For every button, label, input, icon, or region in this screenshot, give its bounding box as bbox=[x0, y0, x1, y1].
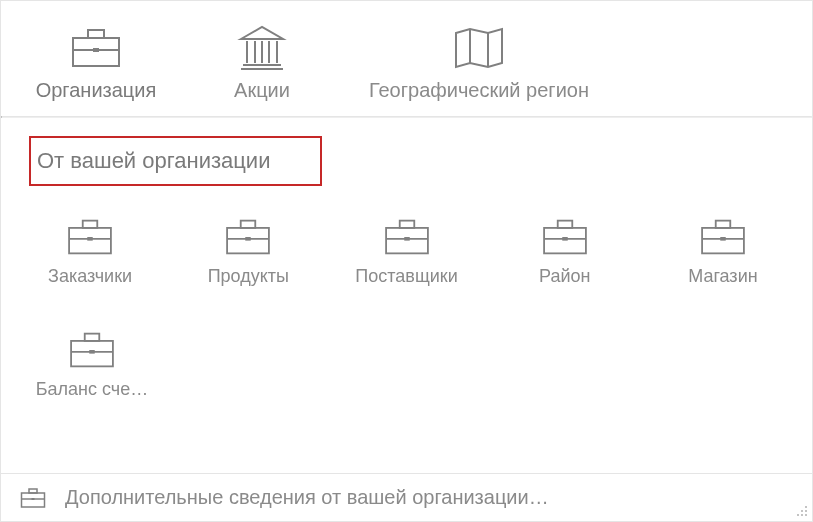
briefcase-icon bbox=[698, 214, 748, 260]
tile-account-balance[interactable]: Баланс сче… bbox=[17, 327, 167, 400]
svg-rect-2 bbox=[93, 48, 99, 52]
tile-stocks[interactable]: Акции bbox=[183, 23, 341, 102]
svg-point-29 bbox=[805, 514, 807, 516]
tile-label: Заказчики bbox=[48, 266, 132, 287]
svg-rect-17 bbox=[720, 237, 725, 241]
svg-rect-7 bbox=[241, 221, 256, 228]
svg-point-25 bbox=[801, 510, 803, 512]
resize-grip-icon[interactable] bbox=[796, 505, 808, 517]
panel: Организация Акции bbox=[0, 0, 813, 522]
tile-label: Магазин bbox=[688, 266, 757, 287]
briefcase-icon bbox=[19, 487, 47, 509]
tile-label: Организация bbox=[36, 79, 157, 102]
tile-organization[interactable]: Организация bbox=[17, 23, 175, 102]
tile-label: Акции bbox=[234, 79, 290, 102]
tile-products[interactable]: Продукты bbox=[175, 214, 321, 287]
briefcase-icon bbox=[223, 214, 273, 260]
top-row: Организация Акции bbox=[17, 23, 796, 102]
org-section: Заказчики Продукты Поставщики bbox=[1, 206, 812, 428]
section-header: От вашей организации bbox=[1, 118, 812, 206]
svg-rect-8 bbox=[246, 237, 251, 241]
svg-rect-4 bbox=[83, 221, 98, 228]
footer-text: Дополнительные сведения от вашей организ… bbox=[65, 486, 549, 509]
map-icon bbox=[450, 23, 508, 73]
svg-point-26 bbox=[805, 510, 807, 512]
footer[interactable]: Дополнительные сведения от вашей организ… bbox=[1, 473, 812, 521]
svg-point-27 bbox=[797, 514, 799, 516]
briefcase-icon bbox=[67, 327, 117, 373]
briefcase-icon bbox=[69, 23, 123, 73]
tile-label: Продукты bbox=[208, 266, 289, 287]
briefcase-icon bbox=[382, 214, 432, 260]
tile-district[interactable]: Район bbox=[492, 214, 638, 287]
org-row-1: Заказчики Продукты Поставщики bbox=[17, 214, 796, 287]
org-row-2: Баланс сче… bbox=[17, 327, 796, 400]
bank-icon bbox=[235, 23, 289, 73]
tile-label: Баланс сче… bbox=[36, 379, 148, 400]
briefcase-icon bbox=[540, 214, 590, 260]
tile-suppliers[interactable]: Поставщики bbox=[333, 214, 479, 287]
svg-point-24 bbox=[805, 506, 807, 508]
tile-label: Поставщики bbox=[355, 266, 457, 287]
svg-rect-1 bbox=[88, 30, 104, 38]
tile-customers[interactable]: Заказчики bbox=[17, 214, 163, 287]
tile-label: Район bbox=[539, 266, 590, 287]
svg-rect-13 bbox=[557, 221, 572, 228]
svg-point-28 bbox=[801, 514, 803, 516]
svg-rect-23 bbox=[32, 498, 35, 500]
svg-rect-22 bbox=[29, 489, 37, 493]
tile-geo-region[interactable]: Географический регион bbox=[349, 23, 609, 102]
section-title-highlighted: От вашей организации bbox=[29, 136, 322, 186]
tile-label: Географический регион bbox=[369, 79, 589, 102]
svg-rect-16 bbox=[716, 221, 731, 228]
briefcase-icon bbox=[65, 214, 115, 260]
svg-rect-19 bbox=[85, 334, 100, 341]
svg-rect-10 bbox=[399, 221, 414, 228]
svg-rect-5 bbox=[87, 237, 92, 241]
svg-rect-14 bbox=[562, 237, 567, 241]
top-section: Организация Акции bbox=[1, 1, 812, 116]
svg-rect-11 bbox=[404, 237, 409, 241]
tile-store[interactable]: Магазин bbox=[650, 214, 796, 287]
svg-rect-20 bbox=[89, 350, 94, 354]
